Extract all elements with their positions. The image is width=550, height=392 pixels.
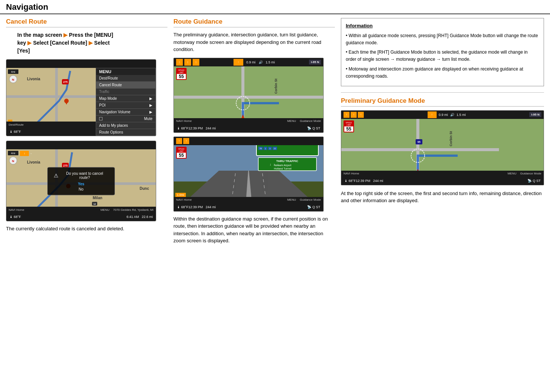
guidance-nav1-navi: NAVI Home (176, 119, 192, 123)
prelim-bottom-bar: 🌡 68°F 12:39 PM 244 mi 📡 Q ST (341, 177, 544, 185)
cancel-route-title: Cancel Route (6, 18, 167, 27)
svg-text:78: 78 (259, 147, 262, 150)
instruction-text-5: Select (94, 40, 110, 46)
menu-item-traffic-label: Traffic (99, 90, 109, 94)
prelim-dist-sep: 🔊 (450, 113, 454, 117)
guidance-nav1-menu: MENU (287, 119, 296, 123)
svg-text:Holland Tunnel: Holland Tunnel (274, 167, 292, 170)
right-column: Information Within all guidance mode scr… (341, 18, 544, 245)
menu-item-cancel-route-label: Cancel Route (99, 83, 122, 87)
prelim-guidance-screenshot: Corbin St 95 ↑ ↑ ↑ ↑ 0.9 mi 🔊 1.5 mi I (341, 110, 544, 185)
svg-text:↓: ↓ (270, 162, 271, 166)
svg-text:N: N (12, 159, 14, 163)
prelim-highway: I-95 N (529, 112, 541, 117)
prelim-turn-3: ↑ (358, 112, 364, 118)
cancel-route-section: Cancel Route In the map screen ▶ Press t… (6, 18, 167, 245)
info-bullet-3: Motorway and intersection zoom guidance … (346, 66, 539, 80)
svg-text:THRU TRAFFIC: THRU TRAFFIC (276, 159, 298, 163)
guidance-nav2-bottom-bar: 🌡 68°F 12:39 PM 244 mi 📡 Q ST (174, 203, 323, 211)
turn-indicator-3: ↑ (193, 59, 199, 66)
menu-item-mute-label: Mute (144, 117, 152, 121)
menu-item-dest-route[interactable]: Dest/Route (96, 75, 155, 82)
svg-text:Livonia: Livonia (27, 77, 40, 81)
route-guidance-intro: The preliminary guidance, intersection g… (173, 31, 335, 53)
guidance-nav2-navi: NAVI Home (176, 198, 192, 201)
svg-text:Milan: Milan (93, 196, 102, 200)
section-separator (341, 92, 544, 93)
guidance-nav1-screenshot: Corbin St ↑ ↑ ↑ ↑ 0.9 mi 🔊 1.5 mi (173, 58, 324, 133)
nav2-dist-bottom: 1.0mi (175, 193, 186, 197)
turn-indicator-1: ↑ (176, 59, 183, 66)
svg-text:↓: ↓ (273, 162, 275, 166)
guidance-nav2-screenshot: 14-14A-14B-... 78 1 3 22 THRU TRAFFIC Ne… (173, 137, 324, 212)
cancel-route-nav1-screenshot: 275 Livonia 4mi N ↑ (6, 59, 156, 136)
svg-text:Newark Airport: Newark Airport (274, 164, 291, 167)
guidance-nav1-dist1: 0.9 mi (246, 60, 256, 64)
guidance-nav1-top-right: ↑ 0.9 mi 🔊 1.5 mi (234, 59, 275, 66)
menu-item-mute[interactable]: Mute (96, 116, 155, 122)
menu-item-cancel-route[interactable]: Cancel Route (96, 82, 155, 89)
nav2-turn-1: ↑ (176, 138, 182, 144)
sl-header-2: SPEED LIMIT (177, 147, 186, 153)
nav2-turn-2: ↑ (183, 138, 189, 144)
menu-item-poi[interactable]: POI ▶ (96, 102, 155, 109)
menu-item-map-mode-label: Map Mode (99, 96, 117, 101)
svg-text:Dunc: Dunc (140, 186, 149, 191)
menu-item-poi-label: POI (99, 103, 105, 107)
prelim-nav-top-bar: ↑ ↑ ↑ ↑ 0.9 mi 🔊 1.5 mi I-95 N (341, 111, 544, 119)
nav2-menu: MENU (101, 208, 110, 212)
prelim-guidance-body: At the top right side of the screen, the… (341, 190, 544, 204)
prelim-dist1: 0.9 mi (439, 113, 448, 117)
menu-item-map-mode[interactable]: Map Mode ▶ (96, 95, 155, 102)
menu-item-route-options[interactable]: Route Options (96, 129, 155, 136)
svg-text:Livonia: Livonia (27, 160, 40, 164)
dialog-no[interactable]: No (54, 187, 108, 191)
info-bullet-2: Each time the [RHT] Guidance Mode button… (346, 49, 539, 63)
sl-header-3: SPEED LIMIT (344, 121, 353, 126)
nav2-time-dist: 6:41 AM 22.6 mi (127, 215, 153, 219)
guidance-nav2-sat: 📡 Q ST (307, 205, 320, 209)
guidance-nav1-time-dist: 12:39 PM 244 mi (188, 126, 216, 130)
svg-text:Corbin St: Corbin St (449, 131, 453, 146)
turn-indicator-2: ↑ (184, 59, 191, 66)
information-list: Within all guidance mode screens, pressi… (346, 32, 539, 80)
prelim-menu: MENU (508, 172, 517, 175)
svg-rect-33 (174, 96, 323, 99)
sl-num-1: 55 (177, 74, 186, 79)
menu-item-nav-volume[interactable]: Navigation Volume ▶ (96, 109, 155, 116)
svg-text:22: 22 (274, 147, 276, 150)
prelim-time-dist: 12:39 PM 244 mi (356, 179, 383, 183)
instruction-arrow-2: ▶ (27, 40, 32, 46)
cancel-route-menu-overlay: MENU Dest/Route Cancel Route Traffic Map… (96, 68, 156, 136)
guidance-nav2-gmode: Guidance Mode (300, 198, 321, 201)
prelim-sat: 📡 Q ST (527, 179, 541, 183)
prelim-navi-home: NAVI Home (344, 172, 359, 175)
svg-text:4mi: 4mi (11, 71, 15, 73)
prelim-turn-arrows: ↑ ↑ ↑ (344, 112, 364, 118)
svg-text:4mi: 4mi (11, 152, 15, 155)
menu-item-mute-checkbox (99, 117, 102, 120)
menu-item-dest-route-label: Dest/Route (99, 76, 118, 80)
guidance-nav1-gmode: Guidance Mode (300, 119, 321, 123)
instruction-arrow-1: ▶ (63, 32, 68, 38)
guidance-nav1-top-bar: ↑ ↑ ↑ ↑ 0.9 mi 🔊 1.5 mi I-95 N (174, 58, 323, 66)
instruction-text-6: [Yes] (17, 48, 30, 54)
menu-item-nav-volume-arrow: ▶ (149, 110, 152, 114)
nav2-dest-bar: NAVI Home MENU 7070 Geddes Rd, Ypsilanti… (6, 207, 156, 213)
route-guidance-body: Within the destination guidance map scre… (173, 215, 335, 245)
menu-item-traffic[interactable]: Traffic (96, 89, 155, 95)
route-guidance-title: Route Guidance (173, 18, 335, 27)
prelim-temp: 🌡 68°F (344, 179, 356, 183)
nav2-temp: 🌡 68°F (9, 215, 21, 219)
guidance-nav1-dest-bar: NAVI Home MENU Guidance Mode (174, 118, 323, 124)
prelim-turn-1: ↑ (344, 112, 350, 118)
cancel-route-nav2-screenshot: 275 Livonia Milan Dunc 12 N (6, 141, 156, 221)
dialog-text: Do you want to cancel route? (61, 171, 108, 179)
instruction-text-3: key (17, 40, 26, 46)
guidance-nav2-temp: 🌡 68°F (177, 205, 188, 209)
nav1-top-bar (6, 60, 156, 68)
speed-limit-sign-3: SPEED LIMIT 55 (344, 120, 354, 132)
menu-item-add-places[interactable]: Add to My places (96, 122, 155, 129)
guidance-nav1-temp: 🌡 68°F (177, 126, 188, 130)
dialog-yes[interactable]: Yes (54, 182, 108, 186)
